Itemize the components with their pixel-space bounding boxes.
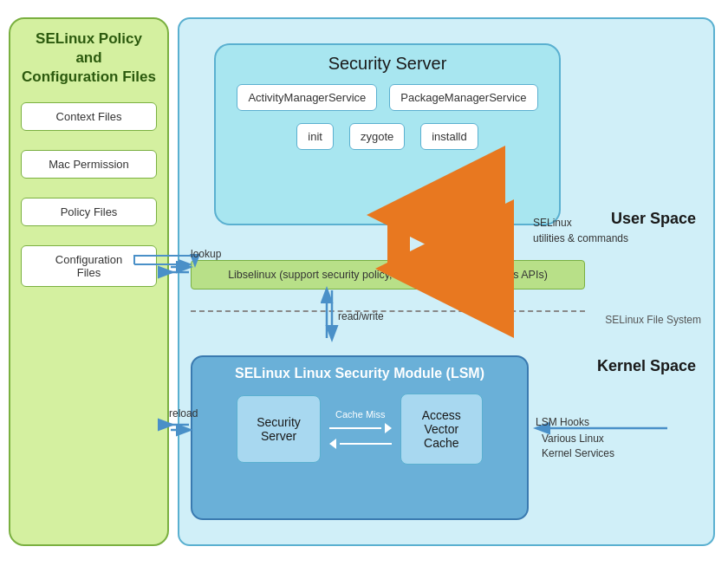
- security-server-outer: Security Server ActivityManagerService P…: [214, 43, 561, 225]
- lookup-label: lookup: [191, 248, 221, 260]
- installd-box: installd: [420, 123, 478, 150]
- libselinux-bar: Libselinux (support security policy, fil…: [191, 260, 585, 290]
- lsm-hooks-label: LSM Hooks: [536, 416, 589, 428]
- left-panel: SELinux Policy andConfiguration Files Co…: [9, 17, 169, 546]
- arrow-head-right: [385, 423, 392, 433]
- lsm-security-server-box: SecurityServer: [237, 395, 321, 463]
- init-box: init: [296, 123, 334, 150]
- reload-label: reload: [169, 407, 198, 420]
- diagram-container: SELinux Policy andConfiguration Files Co…: [0, 0, 728, 566]
- arrow-head-left: [329, 439, 336, 449]
- lsm-inner-row: SecurityServer Cache Miss AccessVectorCa…: [192, 394, 527, 465]
- access-vector-cache-box: AccessVectorCache: [400, 394, 483, 465]
- configuration-files-box: ConfigurationFiles: [21, 245, 157, 287]
- zygote-box: zygote: [349, 123, 405, 150]
- policy-files-box: Policy Files: [21, 198, 157, 226]
- selinux-utilities-label: SELinuxutilities & commands: [533, 215, 628, 246]
- left-panel-title: SELinux Policy andConfiguration Files: [21, 29, 157, 87]
- read-write-label: read/write: [338, 310, 384, 322]
- mac-permission-box: Mac Permission: [21, 150, 157, 179]
- package-manager-box: PackageManagerService: [389, 84, 537, 111]
- right-panel: Security Server ActivityManagerService P…: [178, 17, 715, 546]
- cache-miss-label: Cache Miss: [335, 409, 385, 420]
- context-files-box: Context Files: [21, 102, 157, 131]
- selinux-fs-label: SELinux File System: [605, 314, 701, 326]
- selinux-fs-dashed-line: [191, 310, 585, 312]
- lsm-outer-box: SELinux Linux Security Module (LSM) Secu…: [191, 355, 529, 520]
- arrow-line-right: [329, 427, 381, 429]
- activity-manager-box: ActivityManagerService: [237, 84, 377, 111]
- kernel-space-label: Kernel Space: [597, 357, 696, 375]
- security-server-title: Security Server: [216, 54, 559, 74]
- arrow-line-left: [340, 443, 392, 445]
- lsm-title: SELinux Linux Security Module (LSM): [192, 366, 527, 381]
- linux-kernel-label: Various LinuxKernel Services: [542, 432, 614, 461]
